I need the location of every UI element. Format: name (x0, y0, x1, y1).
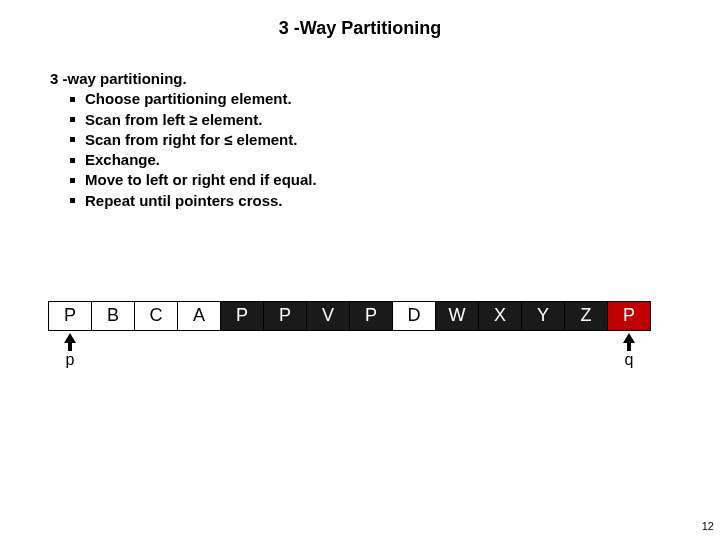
array-cell: P (607, 301, 651, 331)
page-number: 12 (702, 520, 714, 532)
array-diagram: PBCAPPVPDWXYZP pq (48, 301, 720, 371)
array-cell: P (48, 301, 92, 331)
list-heading: 3 -way partitioning. (50, 69, 720, 89)
array-cell: P (220, 301, 264, 331)
pointer-slot (564, 331, 608, 371)
array-row: PBCAPPVPDWXYZP (48, 301, 720, 331)
pointer-slot: p (48, 331, 92, 371)
pointer-slot (220, 331, 264, 371)
pointer-slot (177, 331, 221, 371)
array-cell: D (392, 301, 436, 331)
pointer-slot (478, 331, 522, 371)
pointer-slot (91, 331, 135, 371)
pointer-slot: q (607, 331, 651, 371)
arrow-up-icon (623, 333, 635, 343)
pointer-slot (392, 331, 436, 371)
array-cell: W (435, 301, 479, 331)
pointer-slot (349, 331, 393, 371)
list-item: Exchange. (70, 150, 720, 170)
pointer-label: p (66, 351, 75, 369)
array-cell: Y (521, 301, 565, 331)
pointer-slot (521, 331, 565, 371)
array-cell: P (349, 301, 393, 331)
array-cell: Z (564, 301, 608, 331)
pointer-slot (263, 331, 307, 371)
array-cell: C (134, 301, 178, 331)
array-cell: V (306, 301, 350, 331)
pointer-label: q (625, 351, 634, 369)
arrow-up-icon (64, 333, 76, 343)
pointer-row: pq (48, 331, 720, 371)
list-item: Repeat until pointers cross. (70, 191, 720, 211)
page-title: 3 -Way Partitioning (0, 0, 720, 39)
array-cell: X (478, 301, 522, 331)
list-item: Scan from right for ≤ element. (70, 130, 720, 150)
pointer-slot (306, 331, 350, 371)
pointer-slot (134, 331, 178, 371)
list-item: Scan from left ≥ element. (70, 110, 720, 130)
array-cell: A (177, 301, 221, 331)
content-block: 3 -way partitioning. Choose partitioning… (50, 69, 720, 211)
list-item: Choose partitioning element. (70, 89, 720, 109)
arrow-stem (68, 343, 72, 351)
array-cell: B (91, 301, 135, 331)
array-cell: P (263, 301, 307, 331)
arrow-stem (627, 343, 631, 351)
bullet-list: Choose partitioning element. Scan from l… (70, 89, 720, 211)
pointer-slot (435, 331, 479, 371)
list-item: Move to left or right end if equal. (70, 170, 720, 190)
